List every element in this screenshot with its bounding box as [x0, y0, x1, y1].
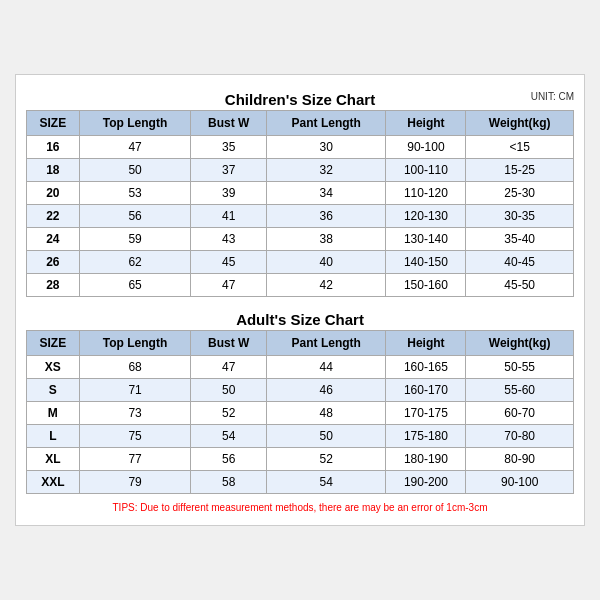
- list-item: 160-170: [386, 379, 466, 402]
- list-item: 50: [267, 425, 386, 448]
- table-row: 20533934110-12025-30: [27, 182, 574, 205]
- list-item: 15-25: [466, 159, 574, 182]
- table-row: 1647353090-100<15: [27, 136, 574, 159]
- list-item: 62: [79, 251, 191, 274]
- list-item: 79: [79, 471, 191, 494]
- list-item: 80-90: [466, 448, 574, 471]
- children-col-weight: Weight(kg): [466, 111, 574, 136]
- adults-tbody: XS684744160-16550-55S715046160-17055-60M…: [27, 356, 574, 494]
- list-item: 45: [191, 251, 267, 274]
- list-item: 28: [27, 274, 80, 297]
- children-col-pantlength: Pant Length: [267, 111, 386, 136]
- list-item: 130-140: [386, 228, 466, 251]
- list-item: 120-130: [386, 205, 466, 228]
- list-item: XS: [27, 356, 80, 379]
- list-item: 47: [79, 136, 191, 159]
- children-col-bustw: Bust W: [191, 111, 267, 136]
- table-row: XXL795854190-20090-100: [27, 471, 574, 494]
- children-title-text: Children's Size Chart: [225, 91, 375, 108]
- list-item: 190-200: [386, 471, 466, 494]
- list-item: 68: [79, 356, 191, 379]
- adults-col-weight: Weight(kg): [466, 331, 574, 356]
- list-item: 52: [191, 402, 267, 425]
- list-item: S: [27, 379, 80, 402]
- table-row: L755450175-18070-80: [27, 425, 574, 448]
- list-item: 54: [267, 471, 386, 494]
- list-item: 35: [191, 136, 267, 159]
- list-item: 26: [27, 251, 80, 274]
- list-item: M: [27, 402, 80, 425]
- list-item: 59: [79, 228, 191, 251]
- adults-table: SIZE Top Length Bust W Pant Length Heigh…: [26, 330, 574, 494]
- table-row: 26624540140-15040-45: [27, 251, 574, 274]
- list-item: 25-30: [466, 182, 574, 205]
- list-item: 22: [27, 205, 80, 228]
- table-row: M735248170-17560-70: [27, 402, 574, 425]
- adults-col-pantlength: Pant Length: [267, 331, 386, 356]
- list-item: 56: [79, 205, 191, 228]
- list-item: 56: [191, 448, 267, 471]
- children-col-size: SIZE: [27, 111, 80, 136]
- list-item: 39: [191, 182, 267, 205]
- adults-col-size: SIZE: [27, 331, 80, 356]
- adults-col-toplength: Top Length: [79, 331, 191, 356]
- list-item: 40: [267, 251, 386, 274]
- chart-wrapper: Children's Size Chart UNIT: CM SIZE Top …: [15, 74, 585, 526]
- list-item: 46: [267, 379, 386, 402]
- list-item: 30: [267, 136, 386, 159]
- list-item: 175-180: [386, 425, 466, 448]
- children-header-row: SIZE Top Length Bust W Pant Length Heigh…: [27, 111, 574, 136]
- list-item: 54: [191, 425, 267, 448]
- list-item: 70-80: [466, 425, 574, 448]
- table-row: XS684744160-16550-55: [27, 356, 574, 379]
- adults-section-title: Adult's Size Chart: [26, 305, 574, 330]
- table-row: 28654742150-16045-50: [27, 274, 574, 297]
- list-item: 37: [191, 159, 267, 182]
- list-item: 150-160: [386, 274, 466, 297]
- list-item: L: [27, 425, 80, 448]
- list-item: 160-165: [386, 356, 466, 379]
- adults-header-row: SIZE Top Length Bust W Pant Length Heigh…: [27, 331, 574, 356]
- table-row: 18503732100-11015-25: [27, 159, 574, 182]
- list-item: 90-100: [386, 136, 466, 159]
- list-item: 52: [267, 448, 386, 471]
- list-item: 140-150: [386, 251, 466, 274]
- list-item: 16: [27, 136, 80, 159]
- list-item: 40-45: [466, 251, 574, 274]
- list-item: 55-60: [466, 379, 574, 402]
- list-item: 170-175: [386, 402, 466, 425]
- list-item: 42: [267, 274, 386, 297]
- children-col-height: Height: [386, 111, 466, 136]
- list-item: 100-110: [386, 159, 466, 182]
- table-row: XL775652180-19080-90: [27, 448, 574, 471]
- list-item: 60-70: [466, 402, 574, 425]
- table-row: 24594338130-14035-40: [27, 228, 574, 251]
- children-section-title: Children's Size Chart UNIT: CM: [26, 85, 574, 110]
- list-item: 50: [191, 379, 267, 402]
- tips-text: TIPS: Due to different measurement metho…: [26, 500, 574, 515]
- table-row: 22564136120-13030-35: [27, 205, 574, 228]
- list-item: 75: [79, 425, 191, 448]
- list-item: 47: [191, 356, 267, 379]
- adults-col-bustw: Bust W: [191, 331, 267, 356]
- list-item: 71: [79, 379, 191, 402]
- list-item: 35-40: [466, 228, 574, 251]
- list-item: 32: [267, 159, 386, 182]
- list-item: 36: [267, 205, 386, 228]
- table-row: S715046160-17055-60: [27, 379, 574, 402]
- list-item: 43: [191, 228, 267, 251]
- adults-col-height: Height: [386, 331, 466, 356]
- list-item: 24: [27, 228, 80, 251]
- list-item: 20: [27, 182, 80, 205]
- list-item: 48: [267, 402, 386, 425]
- list-item: XL: [27, 448, 80, 471]
- list-item: XXL: [27, 471, 80, 494]
- list-item: 18: [27, 159, 80, 182]
- list-item: 110-120: [386, 182, 466, 205]
- list-item: 47: [191, 274, 267, 297]
- children-tbody: 1647353090-100<1518503732100-11015-25205…: [27, 136, 574, 297]
- list-item: 38: [267, 228, 386, 251]
- children-table: SIZE Top Length Bust W Pant Length Heigh…: [26, 110, 574, 297]
- list-item: 90-100: [466, 471, 574, 494]
- children-col-toplength: Top Length: [79, 111, 191, 136]
